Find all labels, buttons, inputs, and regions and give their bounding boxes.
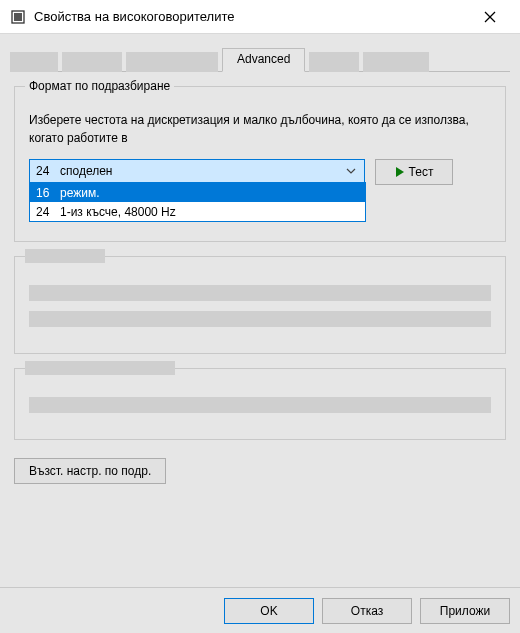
close-button[interactable] bbox=[470, 0, 510, 34]
apply-label: Приложи bbox=[440, 604, 490, 618]
group-label: Формат по подразбиране bbox=[25, 79, 174, 93]
app-icon bbox=[10, 9, 26, 25]
combo-option-prefix: 24 bbox=[36, 205, 60, 219]
cancel-button[interactable]: Отказ bbox=[322, 598, 412, 624]
combo-selected-prefix: 24 bbox=[36, 164, 60, 178]
combo-option-label: 1-из късче, 48000 Hz bbox=[60, 205, 176, 219]
tab-advanced[interactable]: Advanced bbox=[222, 48, 305, 72]
combo-dropdown-list: 16 режим. 24 1-из късче, 48000 Hz bbox=[29, 182, 366, 222]
ok-label: OK bbox=[260, 604, 277, 618]
chevron-down-icon bbox=[342, 160, 360, 182]
cancel-label: Отказ bbox=[351, 604, 383, 618]
test-button-label: Тест bbox=[409, 165, 434, 179]
group-spatial-sound bbox=[14, 368, 506, 440]
format-description: Изберете честота на дискретизация и малк… bbox=[29, 111, 491, 147]
format-combo[interactable]: 24 споделен 16 режим. 24 1-из късче, 480… bbox=[29, 159, 365, 183]
window-title: Свойства на високоговорителите bbox=[34, 9, 470, 24]
tab-placeholder[interactable] bbox=[10, 52, 58, 72]
svg-rect-1 bbox=[14, 13, 22, 21]
combo-option[interactable]: 24 1-из късче, 48000 Hz bbox=[30, 202, 365, 221]
checkbox-placeholder[interactable] bbox=[29, 311, 491, 327]
test-button[interactable]: Тест bbox=[375, 159, 453, 185]
titlebar: Свойства на високоговорителите bbox=[0, 0, 520, 34]
apply-button[interactable]: Приложи bbox=[420, 598, 510, 624]
group-default-format: Формат по подразбиране Изберете честота … bbox=[14, 86, 506, 242]
content-area: Advanced Формат по подразбиране Изберете… bbox=[0, 34, 520, 484]
combo-selected-text: споделен bbox=[60, 164, 113, 178]
tab-placeholder[interactable] bbox=[62, 52, 122, 72]
tab-placeholder[interactable] bbox=[363, 52, 429, 72]
ok-button[interactable]: OK bbox=[224, 598, 314, 624]
checkbox-placeholder[interactable] bbox=[29, 285, 491, 301]
restore-defaults-button[interactable]: Възст. настр. по подр. bbox=[14, 458, 166, 484]
tab-placeholder[interactable] bbox=[126, 52, 218, 72]
group-label-placeholder bbox=[25, 249, 105, 263]
combo-option[interactable]: 16 режим. bbox=[30, 183, 365, 202]
play-icon bbox=[395, 166, 405, 178]
restore-button-label: Възст. настр. по подр. bbox=[29, 464, 151, 478]
dialog-footer: OK Отказ Приложи bbox=[0, 587, 520, 633]
group-label-placeholder bbox=[25, 361, 175, 375]
tab-label: Advanced bbox=[237, 52, 290, 66]
tab-placeholder[interactable] bbox=[309, 52, 359, 72]
group-exclusive-mode bbox=[14, 256, 506, 354]
combo-selected[interactable]: 24 споделен bbox=[29, 159, 365, 183]
tab-strip: Advanced bbox=[10, 46, 510, 72]
text-placeholder bbox=[29, 397, 491, 413]
combo-option-prefix: 16 bbox=[36, 186, 60, 200]
combo-option-label: режим. bbox=[60, 186, 100, 200]
restore-row: Възст. настр. по подр. bbox=[14, 458, 506, 484]
